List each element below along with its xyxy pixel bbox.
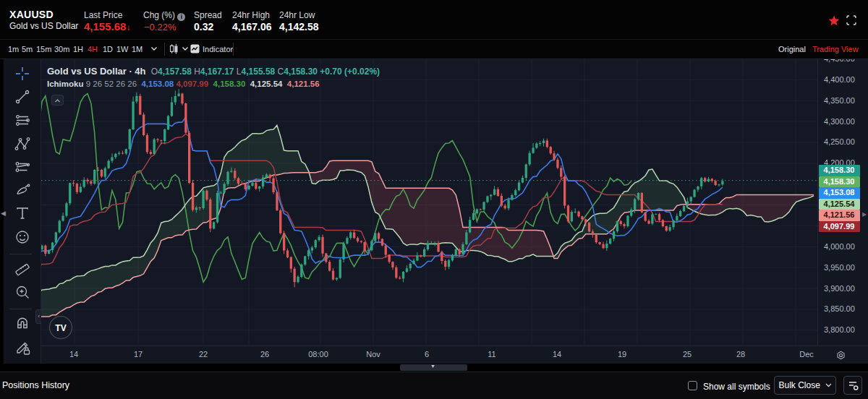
svg-text:TV: TV (55, 323, 66, 333)
